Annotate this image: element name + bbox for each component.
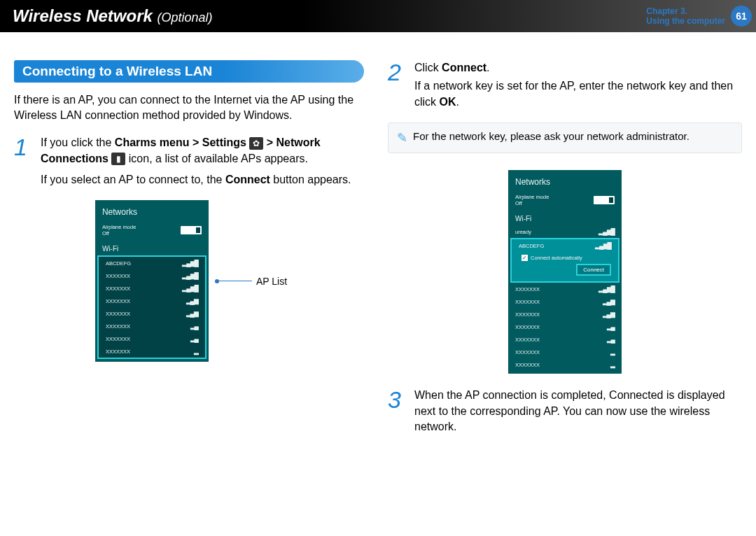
figure-1: Networks Airplane mode Off Wi-Fi ABCDEFG… — [14, 200, 368, 362]
chapter-line1: Chapter 3. — [646, 6, 725, 16]
title-subtitle: (Optional) — [158, 10, 213, 24]
callout-label: AP List — [256, 276, 287, 287]
step-body: Click Connect. If a network key is set f… — [414, 60, 742, 110]
airplane-off: Off — [102, 230, 136, 237]
ap-abcdefg-selected[interactable]: ABCDEFG▂▄▆█ — [512, 239, 618, 252]
connect-area: ✓Connect automatically Connect — [512, 252, 618, 281]
networks-panel-1: Networks Airplane mode Off Wi-Fi ABCDEFG… — [95, 200, 209, 362]
signal-icon: ▂▄▆█ — [182, 285, 198, 292]
text: If you select an AP to connect to, the — [41, 174, 225, 185]
step-number: 1 — [14, 135, 31, 188]
chapter-block: Chapter 3. Using the computer — [646, 6, 725, 27]
wifi-section-label: Wi-Fi — [95, 239, 209, 255]
airplane-toggle[interactable] — [181, 226, 202, 234]
ap-item[interactable]: XXXXXXX▂ — [99, 345, 205, 358]
bold-charms-settings: Charms menu > Settings — [115, 136, 246, 148]
intro-paragraph: If there is an AP, you can connect to th… — [14, 92, 368, 122]
page-title: Wireless Network (Optional) — [13, 6, 213, 26]
step-body: If you click the Charms menu > Settings … — [41, 135, 368, 188]
panel-title: Networks — [508, 177, 622, 191]
ap-item[interactable]: XXXXXXX▂▄▆ — [508, 295, 622, 308]
page-header: Wireless Network (Optional) Chapter 3. U… — [0, 0, 756, 32]
text: . — [456, 96, 459, 108]
checkbox-label: Connect automatically — [531, 255, 582, 261]
right-column: 2 Click Connect. If a network key is set… — [388, 60, 742, 447]
signal-icon: ▂▄ — [607, 323, 615, 330]
network-signal-icon: ▮ — [111, 153, 125, 165]
airplane-label: Airplane mode — [102, 224, 136, 230]
text: icon, a list of available APs appears. — [125, 153, 308, 164]
signal-icon: ▂▄▆█ — [182, 272, 198, 279]
step-body: When the AP connection is completed, Con… — [414, 388, 742, 435]
signal-icon: ▂▄▆ — [186, 297, 198, 304]
figure-2: Networks Airplane mode Off Wi-Fi uready▂… — [388, 170, 742, 374]
airplane-toggle[interactable] — [594, 196, 615, 204]
text: Click — [414, 62, 442, 73]
text: If a network key is set for the AP, ente… — [414, 80, 733, 107]
signal-icon: ▂ — [194, 348, 198, 355]
page-number-badge: 61 — [731, 6, 752, 27]
signal-icon: ▂▄▆█ — [598, 285, 615, 292]
ap-uready[interactable]: uready▂▄▆█ — [508, 225, 622, 238]
ap-item[interactable]: XXXXXXX▂▄▆█ — [508, 283, 622, 295]
ap-item[interactable]: XXXXXXX▂▄ — [508, 320, 622, 333]
step-number: 2 — [388, 60, 405, 110]
signal-icon: ▂▄▆█ — [182, 260, 198, 267]
title-main: Wireless Network — [13, 6, 153, 25]
ap-item[interactable]: XXXXXXX▂▄▆█ — [99, 282, 205, 295]
text: . — [486, 62, 489, 73]
ap-item[interactable]: XXXXXXX▂▄▆ — [99, 307, 205, 320]
ap-item[interactable]: XXXXXXX▂▄ — [508, 333, 622, 346]
networks-panel-2: Networks Airplane mode Off Wi-Fi uready▂… — [508, 170, 622, 374]
connect-button[interactable]: Connect — [576, 264, 611, 276]
ap-item[interactable]: XXXXXXX▂▄▆ — [508, 308, 622, 320]
panel-title: Networks — [95, 207, 209, 221]
signal-icon: ▂▄▆█ — [595, 242, 611, 249]
ap-item[interactable]: XXXXXXX▂ — [508, 346, 622, 358]
note-icon: ✎ — [397, 130, 407, 146]
step-number: 3 — [388, 388, 405, 435]
callout-line — [217, 281, 252, 281]
signal-icon: ▂▄▆ — [186, 310, 198, 317]
wifi-section-label: Wi-Fi — [508, 209, 622, 225]
bold-ok: OK — [440, 96, 456, 108]
signal-icon: ▂▄▆ — [603, 311, 615, 318]
step-1: 1 If you click the Charms menu > Setting… — [14, 135, 368, 188]
ap-item[interactable]: XXXXXXX▂▄▆█ — [99, 269, 205, 282]
airplane-mode-row: Airplane mode Off — [508, 191, 622, 209]
ap-list-highlight: ABCDEFG▂▄▆█ XXXXXXX▂▄▆█ XXXXXXX▂▄▆█ XXXX… — [97, 255, 206, 359]
section-heading: Connecting to a Wireless LAN — [14, 60, 364, 83]
signal-icon: ▂▄▆█ — [598, 228, 615, 235]
signal-icon: ▂ — [610, 361, 615, 368]
note-box: ✎ For the network key, please ask your n… — [388, 122, 742, 153]
signal-icon: ▂▄▆ — [603, 298, 615, 305]
ap-item[interactable]: XXXXXXX▂ — [508, 358, 622, 371]
ap-abcdefg[interactable]: ABCDEFG▂▄▆█ — [99, 257, 205, 269]
header-right: Chapter 3. Using the computer 61 — [646, 6, 756, 27]
airplane-label: Airplane mode — [515, 194, 549, 200]
signal-icon: ▂▄ — [190, 335, 198, 342]
airplane-mode-row: Airplane mode Off — [95, 221, 209, 239]
signal-icon: ▂▄ — [190, 323, 198, 330]
bold-connect: Connect — [442, 62, 486, 73]
checkbox-icon: ✓ — [522, 255, 528, 261]
bold-connect: Connect — [225, 174, 270, 185]
settings-gear-icon: ✿ — [249, 137, 263, 150]
text: button appears. — [270, 174, 351, 185]
chapter-line2: Using the computer — [646, 16, 725, 26]
connect-auto-checkbox[interactable]: ✓Connect automatically — [519, 255, 582, 261]
text: If you click the — [41, 136, 115, 148]
text: When the AP connection is completed, Con… — [414, 388, 742, 435]
signal-icon: ▂▄ — [607, 336, 615, 343]
ap-item[interactable]: XXXXXXX▂▄ — [99, 332, 205, 345]
step-3: 3 When the AP connection is completed, C… — [388, 388, 742, 435]
ap-item[interactable]: XXXXXXX▂▄ — [99, 320, 205, 332]
content-area: Connecting to a Wireless LAN If there is… — [0, 32, 756, 447]
callout: AP List — [217, 276, 287, 287]
selected-ap-highlight: ABCDEFG▂▄▆█ ✓Connect automatically Conne… — [510, 238, 620, 283]
signal-icon: ▂ — [610, 348, 615, 355]
ap-item[interactable]: XXXXXXX▂▄▆ — [99, 295, 205, 307]
note-text: For the network key, please ask your net… — [413, 130, 690, 142]
step-2: 2 Click Connect. If a network key is set… — [388, 60, 742, 110]
left-column: Connecting to a Wireless LAN If there is… — [14, 60, 368, 447]
